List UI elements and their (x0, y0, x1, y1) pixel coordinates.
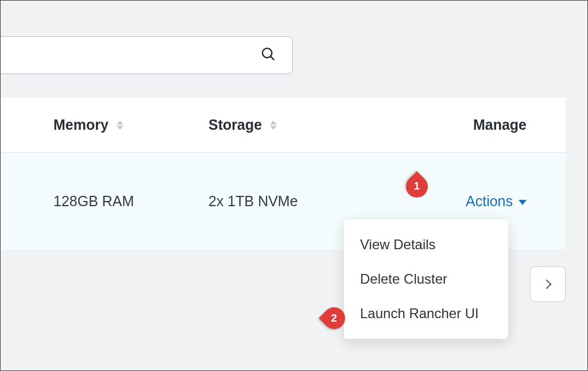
search-input-container[interactable] (1, 36, 293, 74)
column-header-manage: Manage (473, 117, 527, 133)
chevron-right-icon (542, 280, 552, 289)
next-page-button[interactable] (530, 266, 566, 302)
column-header-storage-label: Storage (208, 117, 262, 133)
dropdown-item-view-details[interactable]: View Details (344, 227, 508, 262)
column-header-memory-label: Memory (53, 117, 109, 133)
table-header-row: Memory Storage Manage (1, 98, 566, 153)
annotation-number: 1 (414, 180, 420, 192)
svg-point-0 (262, 48, 272, 57)
actions-dropdown-menu: View Details Delete Cluster Launch Ranch… (344, 219, 508, 339)
column-header-manage-label: Manage (473, 117, 527, 133)
svg-line-1 (270, 56, 274, 60)
chevron-down-icon (519, 200, 527, 205)
column-header-memory[interactable]: Memory (53, 117, 123, 133)
sort-icon (117, 121, 123, 130)
dropdown-item-delete-cluster[interactable]: Delete Cluster (344, 262, 508, 296)
cell-storage: 2x 1TB NVMe (173, 193, 374, 210)
column-header-storage[interactable]: Storage (208, 117, 277, 133)
cell-memory: 128GB RAM (1, 193, 173, 210)
actions-dropdown-trigger[interactable]: Actions (466, 193, 527, 210)
sort-icon (270, 121, 277, 130)
dropdown-item-launch-rancher-ui[interactable]: Launch Rancher UI (344, 296, 508, 331)
actions-label: Actions (466, 193, 513, 210)
annotation-number: 2 (331, 312, 337, 324)
search-icon (260, 46, 276, 64)
